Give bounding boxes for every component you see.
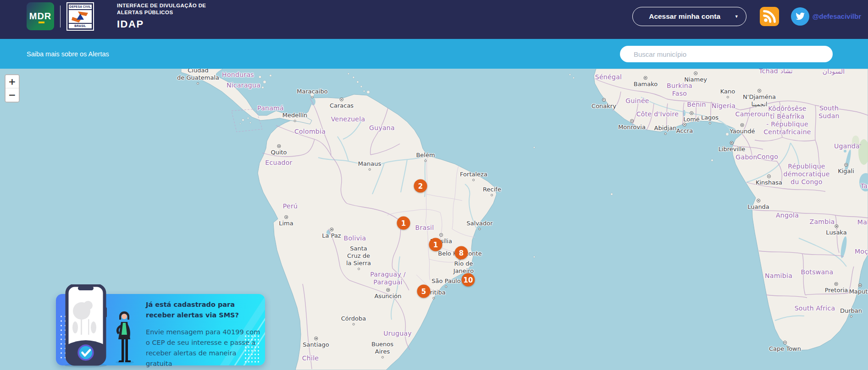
twitter-icon[interactable] bbox=[791, 7, 809, 26]
header-actions: Acessar minha conta ▼ @defesacivilbr bbox=[632, 7, 861, 26]
saiba-mais-link[interactable]: Saiba mais sobre os Alertas bbox=[27, 50, 109, 58]
zoom-out-button[interactable]: − bbox=[6, 88, 19, 102]
banner-body: Envie mensagem para 40199 com o CEP de s… bbox=[146, 327, 264, 369]
sms-promo-banner: Já está cadastrado para receber alertas … bbox=[56, 294, 265, 365]
defesa-civil-logo-bottom-text: BRASIL bbox=[69, 24, 92, 28]
header-divider bbox=[60, 5, 61, 27]
twitter-bird-icon bbox=[795, 11, 806, 22]
account-button[interactable]: Acessar minha conta ▼ bbox=[632, 7, 746, 26]
map-zoom-control: + − bbox=[5, 74, 20, 103]
defesa-civil-emblem bbox=[69, 10, 92, 23]
chevron-down-icon: ▼ bbox=[735, 14, 739, 19]
defesa-civil-logo: DEFESA CIVIL BRASIL bbox=[66, 2, 94, 31]
search-municipio-input[interactable] bbox=[620, 46, 833, 62]
mdr-logo: MDR bbox=[27, 2, 54, 30]
app-title-line1: INTERFACE DE DIVULGAÇÃO DE bbox=[117, 2, 206, 9]
zoom-in-button[interactable]: + bbox=[6, 75, 19, 88]
cluster-marker[interactable]: 10 bbox=[462, 273, 475, 287]
account-button-label: Acessar minha conta bbox=[649, 12, 720, 21]
app-acronym: IDAP bbox=[117, 18, 206, 30]
subheader-bar: Saiba mais sobre os Alertas bbox=[0, 39, 868, 69]
twitter-handle-link[interactable]: @defesacivilbr bbox=[813, 12, 861, 20]
map-canvas[interactable]: Ciudad de GuatemalaHondurasNicaraguaMara… bbox=[0, 69, 868, 370]
app-title-line2: ALERTAS PÚBLICOS bbox=[117, 9, 206, 16]
app-title-block: INTERFACE DE DIVULGAÇÃO DE ALERTAS PÚBLI… bbox=[117, 2, 206, 30]
cluster-marker[interactable]: 5 bbox=[417, 285, 431, 298]
top-header: MDR DEFESA CIVIL BRASIL INTERFACE DE DIV… bbox=[0, 0, 868, 39]
cluster-marker[interactable]: 1 bbox=[397, 217, 410, 230]
rss-glyph-icon bbox=[763, 10, 776, 23]
cluster-marker[interactable]: 2 bbox=[414, 180, 427, 193]
banner-text-block: Já está cadastrado para receber alertas … bbox=[146, 299, 264, 369]
mdr-logo-underline bbox=[39, 22, 44, 23]
cluster-marker[interactable]: 1 bbox=[429, 238, 442, 251]
rss-icon[interactable] bbox=[760, 7, 779, 26]
defesa-civil-logo-top-text: DEFESA CIVIL bbox=[69, 5, 92, 9]
defesa-civil-emblem-icon bbox=[72, 11, 89, 22]
idap-page: MDR DEFESA CIVIL BRASIL INTERFACE DE DIV… bbox=[0, 0, 868, 370]
mdr-logo-text: MDR bbox=[29, 11, 52, 22]
banner-headline: Já está cadastrado para receber alertas … bbox=[146, 299, 264, 321]
cluster-marker[interactable]: 8 bbox=[455, 246, 468, 260]
